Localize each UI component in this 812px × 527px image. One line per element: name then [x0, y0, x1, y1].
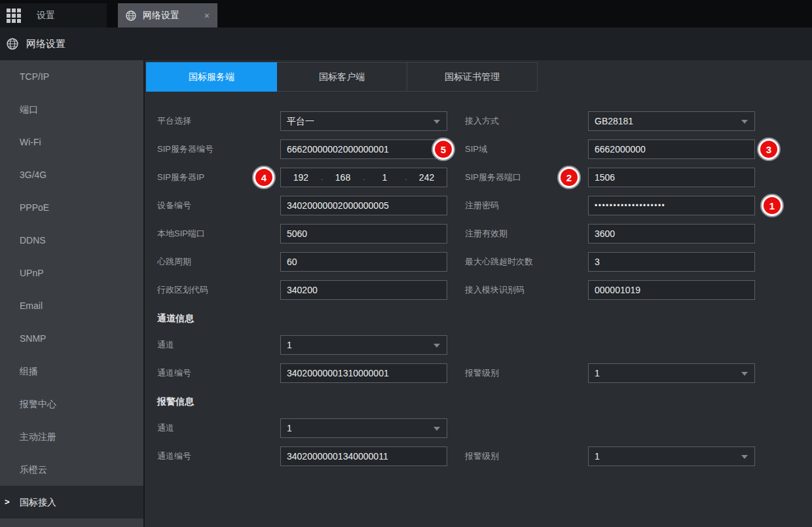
tab-settings-home[interactable]: 设置 [0, 3, 107, 27]
gb-tab-group: 国标服务端 国标客户端 国标证书管理 [146, 62, 538, 92]
page-title: 网络设置 [26, 38, 65, 50]
alarm-channel-label: 通道 [157, 418, 280, 438]
tab-gb-server[interactable]: 国标服务端 [146, 62, 277, 92]
tab-gb-cert-management[interactable]: 国标证书管理 [407, 62, 538, 92]
home-tab-label: 设置 [37, 10, 55, 22]
dropdown-arrow-icon [434, 427, 440, 431]
top-tab-bar: 设置 网络设置 × [0, 0, 812, 27]
tab-network-settings[interactable]: 网络设置 × [118, 3, 217, 27]
ip-octet-1[interactable]: 192 [281, 172, 321, 183]
alarm-channel-id-label: 通道编号 [157, 446, 280, 466]
access-type-dropdown[interactable]: GB28181 [588, 111, 755, 131]
ip-octet-4[interactable]: 242 [407, 172, 447, 183]
sip-domain-input[interactable] [588, 139, 755, 159]
sidebar-item-email[interactable]: Email [0, 289, 143, 322]
sidebar: TCP/IP 端口 Wi-Fi 3G/4G PPPoE DDNS UPnP Em… [0, 60, 145, 527]
sidebar-item-snmp[interactable]: SNMP [0, 322, 143, 355]
register-password-label: 注册密码 [465, 196, 588, 215]
heartbeat-period-input[interactable] [280, 252, 447, 272]
admin-region-code-input[interactable] [280, 280, 447, 300]
callout-badge-2: 2 [559, 167, 580, 188]
alarm-level-value-2: 1 [595, 451, 600, 462]
alarm-level-value: 1 [595, 368, 600, 378]
gb-server-form: 平台选择 平台一 接入方式 GB28181 SIP服务器编号 5 [157, 111, 755, 475]
channel-value: 1 [287, 340, 292, 350]
max-heartbeat-timeout-input[interactable] [588, 252, 755, 272]
device-id-input[interactable] [280, 196, 447, 215]
alarm-channel-id-input[interactable] [280, 446, 447, 466]
access-module-id-label: 接入模块识别码 [465, 280, 588, 300]
ip-octet-3[interactable]: 1 [365, 172, 405, 183]
register-valid-period-label: 注册有效期 [465, 224, 588, 244]
local-sip-port-input[interactable] [280, 224, 447, 244]
sidebar-item-multicast[interactable]: 组播 [0, 355, 143, 388]
alarm-level-label-2: 报警级别 [465, 446, 588, 466]
callout-badge-3: 3 [758, 139, 779, 160]
access-type-value: GB28181 [595, 116, 633, 126]
alarm-channel-dropdown[interactable]: 1 [280, 418, 447, 438]
heartbeat-period-label: 心跳周期 [157, 252, 280, 272]
platform-select-value: 平台一 [287, 116, 314, 126]
ip-octet-2[interactable]: 168 [323, 172, 363, 183]
admin-region-code-label: 行政区划代码 [157, 280, 280, 300]
platform-select-label: 平台选择 [157, 111, 280, 131]
sidebar-item-lechange[interactable]: 乐橙云 [0, 453, 143, 486]
sidebar-item-port[interactable]: 端口 [0, 93, 143, 126]
sidebar-item-auto-register[interactable]: 主动注册 [0, 420, 143, 453]
sidebar-item-alarm-center[interactable]: 报警中心 [0, 388, 143, 420]
sip-server-id-label: SIP服务器编号 [157, 139, 280, 159]
sip-server-ip-input[interactable]: 192 . 168 . 1 . 242 [280, 168, 447, 187]
close-icon[interactable]: × [204, 11, 210, 20]
device-id-label: 设备编号 [157, 196, 280, 215]
alarm-channel-value: 1 [287, 423, 292, 433]
dropdown-arrow-icon [741, 455, 748, 459]
access-module-id-input[interactable] [588, 280, 755, 300]
sip-domain-label: SIP域 [465, 139, 588, 159]
active-tab-label: 网络设置 [143, 10, 179, 22]
alarm-level-dropdown[interactable]: 1 [588, 363, 755, 383]
register-valid-period-input[interactable] [588, 224, 755, 244]
alarm-level-dropdown-2[interactable]: 1 [588, 446, 755, 466]
sip-server-id-input[interactable] [280, 139, 447, 159]
main-content: 国标服务端 国标客户端 国标证书管理 平台选择 平台一 接入方式 GB28181 [145, 60, 812, 527]
tab-gb-client[interactable]: 国标客户端 [277, 62, 407, 92]
register-password-input[interactable] [588, 196, 755, 215]
sidebar-item-ddns[interactable]: DDNS [0, 224, 143, 257]
access-type-label: 接入方式 [465, 111, 588, 131]
local-sip-port-label: 本地SIP端口 [157, 224, 280, 244]
alarm-level-label: 报警级别 [465, 363, 588, 383]
globe-icon [7, 38, 18, 50]
sidebar-item-wifi[interactable]: Wi-Fi [0, 126, 143, 158]
sidebar-item-3g4g[interactable]: 3G/4G [0, 158, 143, 191]
channel-dropdown[interactable]: 1 [280, 335, 447, 355]
sidebar-item-label: 国标接入 [20, 497, 56, 507]
channel-label: 通道 [157, 335, 280, 355]
callout-badge-4: 4 [253, 167, 274, 188]
page-header: 网络设置 [0, 27, 812, 60]
sip-server-port-input[interactable] [588, 168, 755, 187]
callout-badge-5: 5 [433, 139, 454, 160]
sidebar-item-pppoe[interactable]: PPPoE [0, 191, 143, 224]
sidebar-item-upnp[interactable]: UPnP [0, 257, 143, 289]
sidebar-item-tcpip[interactable]: TCP/IP [0, 60, 143, 93]
alarm-info-section-title: 报警信息 [157, 391, 755, 411]
channel-id-label: 通道编号 [157, 363, 280, 383]
apps-grid-icon[interactable] [7, 9, 21, 23]
max-heartbeat-timeout-label: 最大心跳超时次数 [465, 252, 588, 272]
dropdown-arrow-icon [741, 372, 748, 376]
dropdown-arrow-icon [434, 344, 440, 348]
platform-select-dropdown[interactable]: 平台一 [280, 111, 447, 131]
callout-badge-1: 1 [762, 195, 783, 216]
dropdown-arrow-icon [434, 120, 440, 124]
channel-id-input[interactable] [280, 363, 447, 383]
sidebar-item-gb28181[interactable]: > 国标接入 [0, 486, 143, 518]
channel-info-section-title: 通道信息 [157, 308, 755, 328]
dropdown-arrow-icon [741, 120, 748, 124]
globe-icon [126, 10, 136, 21]
chevron-right-icon: > [5, 486, 10, 518]
